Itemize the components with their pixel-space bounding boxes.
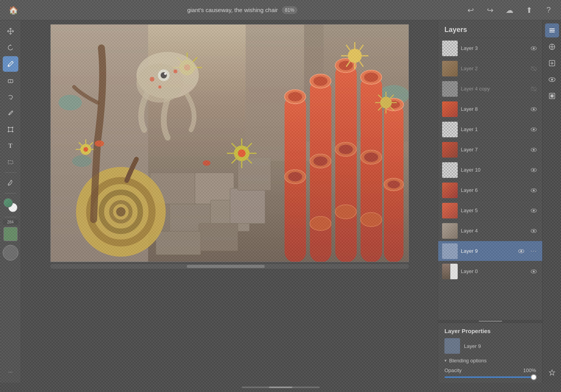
opacity-slider-thumb[interactable]	[531, 374, 537, 380]
opacity-slider[interactable]	[444, 376, 536, 378]
layer-props-thumbnail	[444, 338, 460, 354]
layer-properties-panel: Layer Properties Layer 9 ▾ Blending opti…	[438, 322, 542, 383]
layer-props-item: Layer 9	[444, 338, 536, 354]
layer-props-thumb-content	[444, 338, 460, 354]
opacity-slider-fill	[444, 376, 536, 378]
layer-props-checker	[444, 338, 460, 354]
right-side: Layers Layer 3	[438, 20, 561, 383]
main-content: T 284	[0, 20, 561, 383]
layers-panel: Layers Layer 3	[438, 20, 542, 383]
